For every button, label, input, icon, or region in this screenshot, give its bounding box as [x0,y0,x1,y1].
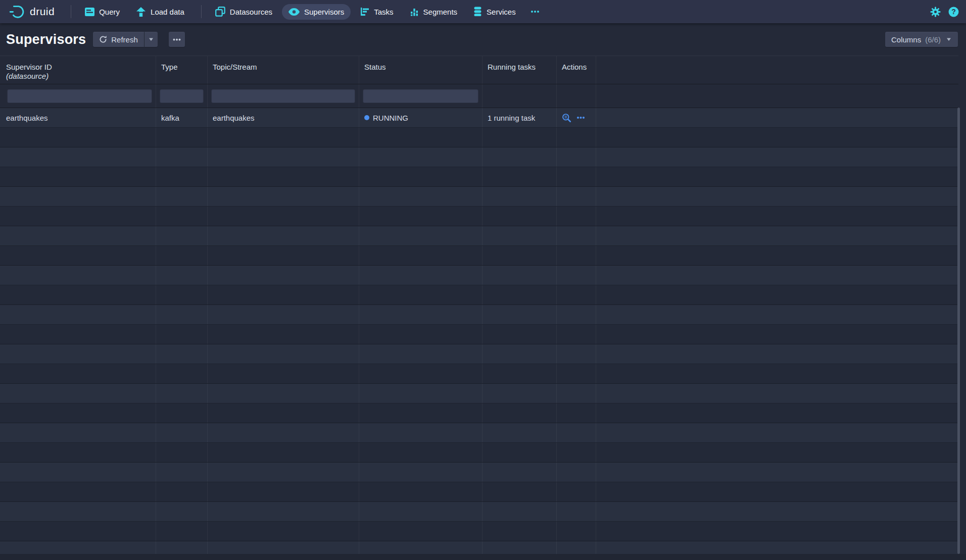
table-header-row: Supervisor ID (datasource) Type Topic/St… [0,56,958,84]
logo-text: druid [30,6,55,18]
more-dots-icon [173,38,181,41]
table-row-empty [0,482,958,502]
cell-actions [556,108,596,127]
cell-topic-stream: earthquakes [207,108,359,127]
nav-label: Query [99,8,120,16]
column-header-actions: Actions [556,56,596,84]
cell-supervisor-id[interactable]: earthquakes [0,108,156,127]
supervisors-table: Supervisor ID (datasource) Type Topic/St… [0,56,958,554]
cell-status: RUNNING [359,108,482,127]
druid-logo-icon [8,4,26,20]
nav-item-services[interactable]: Services [467,3,522,20]
refresh-icon [99,35,107,43]
column-header-status[interactable]: Status [359,56,482,84]
status-text: RUNNING [373,114,408,122]
table-row-empty [0,403,958,423]
nav-label: Supervisors [304,8,344,16]
table-row-empty [0,226,958,246]
page-title: Supervisors [6,32,86,47]
columns-dropdown-button[interactable]: Columns (6/6) [885,32,958,47]
table-row-empty [0,207,958,226]
nav-label: Datasources [230,8,272,16]
datasources-icon [215,7,225,17]
nav-divider [71,5,71,18]
table-row-earthquakes: earthquakes kafka earthquakes RUNNING 1 … [0,108,958,128]
table-row-empty [0,384,958,403]
filter-input-status[interactable] [363,89,478,103]
table-row-empty [0,128,958,147]
column-header-running-tasks[interactable]: Running tasks [482,56,556,84]
table-row-empty [0,502,958,522]
columns-count: (6/6) [925,35,941,44]
svg-text:?: ? [951,8,956,16]
column-header-filler [596,56,958,84]
table-row-empty [0,344,958,364]
table-row-empty [0,443,958,463]
table-row-empty [0,147,958,167]
header-more-button[interactable] [169,32,185,47]
settings-gear-button[interactable] [930,7,941,17]
column-header-type[interactable]: Type [156,56,207,84]
nav-item-segments[interactable]: Segments [403,4,464,20]
console-icon [85,8,94,16]
nav-item-supervisors[interactable]: Supervisors [282,4,351,20]
more-dots-icon [576,116,585,119]
table-row-empty [0,522,958,541]
cell-type: kafka [156,108,207,127]
nav-label: Services [487,8,516,16]
druid-logo[interactable]: druid [8,4,55,20]
status-running-dot-icon [364,115,369,120]
table-filter-row [0,84,958,108]
column-subheader-datasource: (datasource) [6,72,151,80]
refresh-label: Refresh [111,35,138,44]
refresh-button[interactable]: Refresh [93,32,144,47]
table-row-empty [0,325,958,344]
cell-filler [596,108,958,127]
columns-label: Columns [891,35,921,44]
nav-label: Tasks [374,8,393,16]
nav-item-load-data[interactable]: Load data [129,4,191,20]
nav-label: Segments [423,8,458,16]
filter-input-type[interactable] [160,89,204,103]
table-row-empty [0,266,958,285]
gantt-chart-icon [360,7,369,16]
cell-running-tasks: 1 running task [482,108,556,127]
table-row-empty [0,246,958,266]
table-row-empty [0,463,958,482]
table-row-empty [0,167,958,187]
table-row-empty [0,305,958,325]
caret-down-icon [946,36,952,42]
view-header: Supervisors Refresh Columns (6/6) [0,23,966,56]
horizontal-scrollbar-track[interactable] [0,554,966,560]
table-row-empty [0,541,958,554]
column-header-topic-stream[interactable]: Topic/Stream [207,56,359,84]
nav-more-button[interactable] [525,7,545,17]
table-row-empty [0,187,958,207]
upload-icon [136,7,146,17]
eye-icon [288,8,300,16]
nav-item-tasks[interactable]: Tasks [354,4,400,20]
table-body: earthquakes kafka earthquakes RUNNING 1 … [0,108,958,554]
nav-item-datasources[interactable]: Datasources [209,3,279,20]
stacked-chart-icon [410,7,419,16]
refresh-button-group: Refresh [93,32,158,47]
table-row-empty [0,285,958,305]
nav-item-query[interactable]: Query [78,4,126,20]
inspect-payload-button[interactable] [562,113,571,123]
table-row-empty [0,364,958,384]
database-icon [473,7,482,17]
help-button[interactable]: ? [948,7,959,17]
top-nav: druid Query Load data Dat [0,0,966,23]
column-header-supervisor-id[interactable]: Supervisor ID (datasource) [0,56,156,84]
caret-down-icon [148,36,154,42]
refresh-interval-caret-button[interactable] [144,32,158,47]
filter-input-topic-stream[interactable] [211,89,355,103]
search-text-icon [562,113,571,123]
nav-label: Load data [151,8,184,16]
row-more-actions-button[interactable] [576,116,585,119]
filter-input-supervisor-id[interactable] [7,89,152,103]
table-row-empty [0,423,958,443]
more-dots-icon [530,10,540,13]
nav-divider [201,5,202,18]
vertical-scrollbar-thumb[interactable] [957,108,960,554]
